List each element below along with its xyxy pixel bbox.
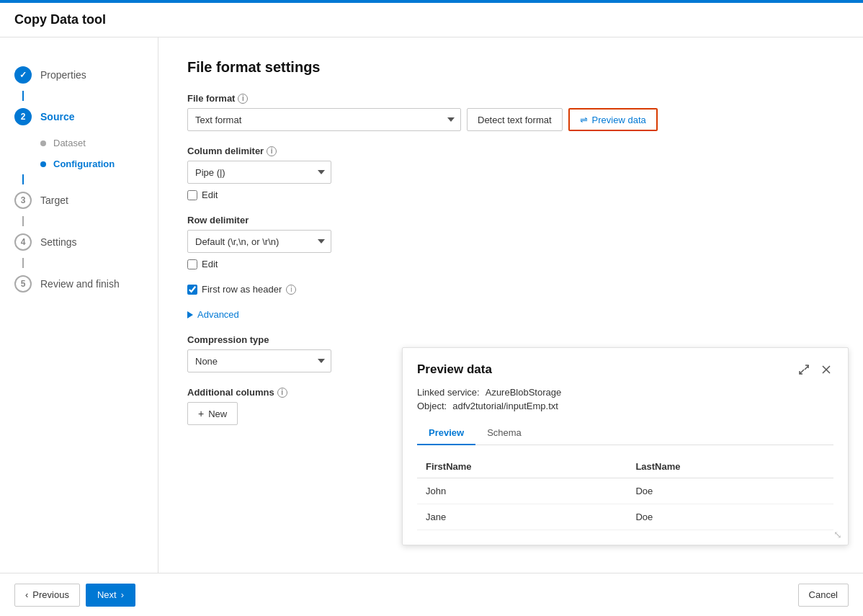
main-layout: ✓ Properties 2 Source Dataset Configurat… (0, 37, 863, 573)
preview-meta: Linked service: AzureBlobStorage Object:… (417, 387, 833, 411)
first-row-header-label: First row as header (202, 284, 282, 295)
advanced-arrow-icon (187, 311, 193, 318)
compression-type-select[interactable]: None gzip bzip2 deflate (187, 349, 331, 372)
preview-data-panel: Preview data Linked se (402, 347, 849, 545)
cell-lastname-1: Doe (627, 478, 833, 504)
footer-left: ‹ Previous Next › (14, 584, 135, 607)
resize-handle[interactable]: ⤡ (833, 529, 842, 540)
first-row-header-row: First row as header i (187, 284, 834, 295)
preview-panel-title: Preview data (417, 362, 492, 377)
preview-table-header-row: FirstName LastName (417, 455, 833, 478)
sidebar-subitem-label-configuration: Configuration (53, 159, 115, 169)
page-title: File format settings (187, 59, 834, 76)
row-delimiter-select[interactable]: Default (\r,\n, or \r\n) \r\n \n \r (187, 230, 331, 253)
content-area: File format settings File format i Text … (158, 37, 863, 573)
sidebar-subitem-label-dataset: Dataset (53, 138, 86, 148)
cell-lastname-2: Doe (627, 504, 833, 530)
cell-firstname-2: Jane (417, 504, 627, 530)
app-title: Copy Data tool (14, 12, 106, 27)
previous-button[interactable]: ‹ Previous (14, 584, 80, 607)
sidebar-item-source[interactable]: 2 Source (0, 101, 158, 133)
sidebar-item-review[interactable]: 5 Review and finish (0, 268, 158, 300)
sidebar-badge-settings: 4 (14, 233, 32, 251)
additional-columns-info-icon[interactable]: i (277, 388, 287, 398)
row-delimiter-label: Row delimiter (187, 215, 834, 226)
cancel-button[interactable]: Cancel (798, 584, 849, 607)
column-delimiter-label: Column delimiter i (187, 146, 834, 156)
compression-type-label: Compression type (187, 334, 834, 345)
connector-4 (22, 258, 24, 268)
next-chevron-icon: › (121, 589, 124, 600)
row-delimiter-edit-label: Edit (202, 259, 218, 269)
preview-table: FirstName LastName John Doe Jane Doe (417, 455, 833, 530)
connector-2 (22, 174, 24, 184)
col-header-lastname: LastName (627, 455, 833, 478)
table-row: John Doe (417, 478, 833, 504)
sidebar-subitem-dataset[interactable]: Dataset (0, 133, 158, 153)
linked-service-key: Linked service: (417, 387, 480, 398)
tab-schema[interactable]: Schema (475, 421, 533, 445)
object-key: Object: (417, 401, 447, 411)
expand-icon (799, 365, 809, 375)
column-delimiter-info-icon[interactable]: i (267, 146, 277, 156)
file-format-select[interactable]: Text format Binary format JSON format Pa… (187, 108, 461, 131)
table-row: Jane Doe (417, 504, 833, 530)
first-row-header-group: First row as header i (187, 284, 834, 295)
preview-data-icon: ⇌ (580, 115, 588, 125)
object-value: adfv2tutorial/inputEmp.txt (452, 401, 558, 411)
preview-data-button[interactable]: ⇌ Preview data (568, 108, 658, 131)
additional-columns-new-button[interactable]: + New (187, 402, 238, 425)
column-delimiter-edit-checkbox[interactable] (187, 190, 197, 200)
linked-service-row: Linked service: AzureBlobStorage (417, 387, 833, 398)
sidebar: ✓ Properties 2 Source Dataset Configurat… (0, 37, 158, 573)
sidebar-label-target: Target (40, 195, 68, 206)
top-bar: Copy Data tool (0, 3, 863, 37)
preview-table-head: FirstName LastName (417, 455, 833, 478)
linked-service-value: AzureBlobStorage (486, 387, 562, 398)
plus-icon: + (198, 408, 204, 419)
advanced-toggle[interactable]: Advanced (187, 309, 834, 320)
footer: ‹ Previous Next › Cancel (0, 573, 863, 616)
preview-panel-header: Preview data (417, 362, 833, 377)
preview-table-body: John Doe Jane Doe (417, 478, 833, 530)
sidebar-label-source: Source (40, 111, 74, 122)
connector-1 (22, 91, 24, 101)
file-format-group: File format i Text format Binary format … (187, 93, 834, 131)
column-delimiter-group: Column delimiter i Pipe (|) Comma (,) Ta… (187, 146, 834, 200)
sidebar-label-review: Review and finish (40, 278, 120, 290)
panel-close-button[interactable] (819, 364, 833, 375)
sidebar-badge-review: 5 (14, 275, 32, 293)
column-delimiter-select[interactable]: Pipe (|) Comma (,) Tab (\t) Semicolon (;… (187, 161, 331, 184)
tab-preview[interactable]: Preview (417, 421, 475, 445)
sidebar-badge-source: 2 (14, 108, 32, 125)
first-row-header-info-icon[interactable]: i (286, 285, 296, 295)
sidebar-item-properties[interactable]: ✓ Properties (0, 59, 158, 91)
previous-chevron-icon: ‹ (25, 589, 28, 600)
close-icon (822, 365, 831, 374)
column-delimiter-edit-row: Edit (187, 189, 834, 200)
row-delimiter-edit-checkbox[interactable] (187, 259, 197, 269)
column-delimiter-edit-label: Edit (202, 189, 218, 200)
advanced-group: Advanced (187, 309, 834, 320)
next-button[interactable]: Next › (86, 584, 135, 607)
panel-actions (796, 363, 833, 376)
row-delimiter-group: Row delimiter Default (\r,\n, or \r\n) \… (187, 215, 834, 269)
file-format-input-row: Text format Binary format JSON format Pa… (187, 108, 834, 131)
detect-text-format-button[interactable]: Detect text format (467, 108, 563, 131)
first-row-header-checkbox[interactable] (187, 285, 197, 295)
sidebar-item-target[interactable]: 3 Target (0, 184, 158, 216)
row-delimiter-edit-row: Edit (187, 259, 834, 269)
sidebar-label-properties: Properties (40, 69, 86, 81)
preview-tabs: Preview Schema (417, 421, 833, 445)
sidebar-label-settings: Settings (40, 236, 77, 248)
file-format-label: File format i (187, 93, 834, 104)
file-format-info-icon[interactable]: i (238, 94, 248, 104)
sidebar-badge-properties: ✓ (14, 66, 32, 84)
col-header-firstname: FirstName (417, 455, 627, 478)
sidebar-badge-target: 3 (14, 192, 32, 209)
sidebar-subitem-configuration[interactable]: Configuration (0, 153, 158, 174)
cell-firstname-1: John (417, 478, 627, 504)
object-row: Object: adfv2tutorial/inputEmp.txt (417, 401, 833, 411)
sidebar-item-settings[interactable]: 4 Settings (0, 226, 158, 258)
panel-expand-button[interactable] (796, 363, 812, 376)
